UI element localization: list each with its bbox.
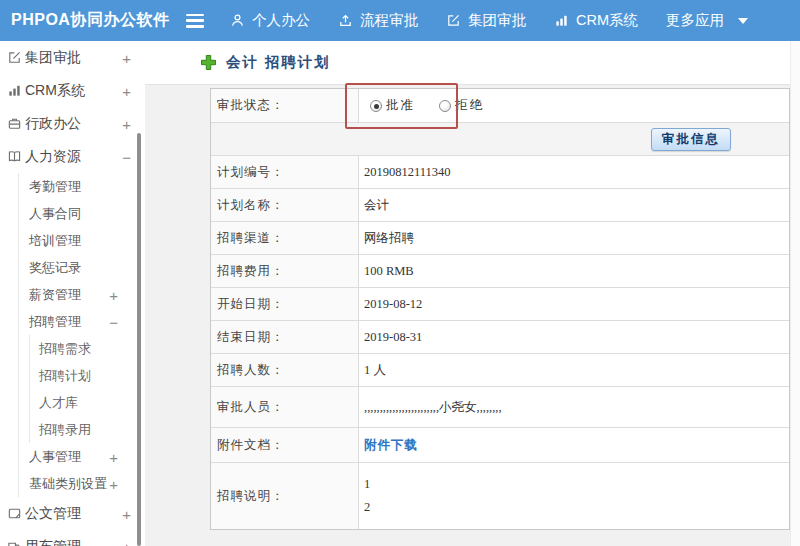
- nav-item-workflow-approval[interactable]: 流程审批: [338, 11, 418, 30]
- recruit-submenu: 招聘需求 招聘计划 人才库 招聘录用: [29, 335, 145, 443]
- collapse-toggle[interactable]: −: [122, 148, 131, 165]
- nav-item-personal-office[interactable]: 个人办公: [230, 11, 310, 30]
- nav-item-more-apps[interactable]: 更多应用: [666, 11, 724, 30]
- row-end-date: 结束日期： 2019-08-31: [211, 321, 789, 354]
- sidebar-item-label: 公文管理: [25, 505, 81, 523]
- expand-toggle[interactable]: +: [109, 448, 118, 465]
- sidebar-item-group-approval[interactable]: 集团审批 +: [0, 41, 145, 74]
- menu-toggle-icon[interactable]: [186, 14, 204, 28]
- sidebar-item-recruit-hire[interactable]: 招聘录用: [30, 416, 145, 443]
- sidebar-item-label: 人事合同: [29, 205, 81, 223]
- sidebar-item-salary[interactable]: 薪资管理 +: [19, 281, 145, 308]
- radio-approve[interactable]: [370, 100, 382, 112]
- row-label: 招聘人数：: [211, 354, 359, 386]
- sidebar-item-crm[interactable]: CRM系统 +: [0, 74, 145, 107]
- sidebar-item-label: 考勤管理: [29, 178, 81, 196]
- truck-icon: [7, 539, 22, 546]
- row-plan-number: 计划编号： 20190812111340: [211, 156, 789, 189]
- description-line: 1: [364, 477, 370, 492]
- row-value: 2019-08-12: [359, 288, 789, 320]
- sidebar-item-label: 招聘管理: [29, 313, 81, 331]
- sidebar-item-admin-office[interactable]: 行政办公 +: [0, 107, 145, 140]
- expand-toggle[interactable]: +: [109, 286, 118, 303]
- row-label: 开始日期：: [211, 288, 359, 320]
- row-value: 网络招聘: [359, 222, 789, 254]
- row-plan-name: 计划名称： 会计: [211, 189, 789, 222]
- radio-reject[interactable]: [439, 100, 451, 112]
- approval-options: 批准 拒绝: [359, 89, 789, 122]
- sidebar-item-label: 薪资管理: [29, 286, 81, 304]
- row-approvers: 审批人员： ,,,,,,,,,,,,,,,,,,,,,,,,小尧女,,,,,,,…: [211, 387, 789, 428]
- sidebar-item-vehicle-mgmt[interactable]: 用车管理 +: [0, 530, 145, 546]
- sidebar-item-label: CRM系统: [25, 82, 85, 100]
- sidebar-item-hr[interactable]: 人力资源 −: [0, 140, 145, 173]
- briefcase-icon: [7, 116, 22, 131]
- sidebar-item-label: 人才库: [39, 394, 78, 412]
- nav-item-crm[interactable]: CRM系统: [554, 11, 638, 30]
- sidebar-item-personnel-mgmt[interactable]: 人事管理 +: [19, 443, 145, 470]
- user-icon: [230, 13, 245, 28]
- sidebar-item-talent-pool[interactable]: 人才库: [30, 389, 145, 416]
- top-nav: 个人办公 流程审批 集团审批 CRM系统 更多应用: [230, 11, 748, 30]
- sidebar-item-rewards[interactable]: 奖惩记录: [19, 254, 145, 281]
- nav-label: 更多应用: [666, 11, 724, 30]
- sidebar-scrollbar[interactable]: [137, 133, 141, 546]
- sidebar-item-training[interactable]: 培训管理: [19, 227, 145, 254]
- row-label: 审批状态：: [211, 89, 359, 122]
- expand-toggle[interactable]: +: [122, 538, 131, 546]
- row-label: 附件文档：: [211, 428, 359, 462]
- row-action: 审批信息: [211, 123, 789, 156]
- sidebar-item-hr-contract[interactable]: 人事合同: [19, 200, 145, 227]
- nav-label: 个人办公: [252, 11, 310, 30]
- sidebar-item-recruit-demand[interactable]: 招聘需求: [30, 335, 145, 362]
- sidebar-item-attendance[interactable]: 考勤管理: [19, 173, 145, 200]
- chevron-down-icon[interactable]: [738, 18, 748, 24]
- sidebar-item-label: 人力资源: [25, 148, 81, 166]
- nav-label: 流程审批: [360, 11, 418, 30]
- row-start-date: 开始日期： 2019-08-12: [211, 288, 789, 321]
- radio-reject-label: 拒绝: [455, 97, 484, 114]
- row-value: ,,,,,,,,,,,,,,,,,,,,,,,,小尧女,,,,,,,,: [359, 387, 789, 427]
- expand-toggle[interactable]: +: [122, 82, 131, 99]
- approval-info-button[interactable]: 审批信息: [651, 128, 731, 151]
- row-headcount: 招聘人数： 1 人: [211, 354, 789, 387]
- sidebar-item-document-mgmt[interactable]: 公文管理 +: [0, 497, 145, 530]
- radio-approve-label: 批准: [386, 97, 415, 114]
- sidebar-item-label: 招聘需求: [39, 340, 91, 358]
- attachment-download-link[interactable]: 附件下载: [364, 437, 418, 454]
- row-label: 招聘费用：: [211, 255, 359, 287]
- row-value: 1 人: [359, 354, 789, 386]
- chart-icon: [554, 13, 569, 28]
- row-recruit-channel: 招聘渠道： 网络招聘: [211, 222, 789, 255]
- expand-toggle[interactable]: +: [109, 475, 118, 492]
- expand-toggle[interactable]: +: [122, 49, 131, 66]
- row-value: 20190812111340: [359, 156, 789, 188]
- sidebar-item-label: 用车管理: [25, 538, 81, 546]
- plus-icon: [200, 54, 217, 71]
- edit-icon: [446, 13, 461, 28]
- book-icon: [7, 149, 22, 164]
- row-approval-status: 审批状态： 批准 拒绝: [211, 89, 789, 123]
- expand-toggle[interactable]: +: [122, 505, 131, 522]
- page-title: 会计 招聘计划: [226, 53, 331, 72]
- detail-table: 审批状态： 批准 拒绝 审批信息 计划编号： 20190812111340 计划…: [210, 88, 790, 530]
- sidebar-item-recruit-plan[interactable]: 招聘计划: [30, 362, 145, 389]
- sidebar-item-label: 奖惩记录: [29, 259, 81, 277]
- row-recruit-cost: 招聘费用： 100 RMB: [211, 255, 789, 288]
- page-title-bar: 会计 招聘计划: [145, 41, 800, 85]
- main-scrollbar[interactable]: [790, 41, 800, 546]
- row-label: 计划编号：: [211, 156, 359, 188]
- row-value: 1 2: [359, 463, 789, 529]
- row-label: 计划名称：: [211, 189, 359, 221]
- sidebar-item-recruit-mgmt[interactable]: 招聘管理 −: [19, 308, 145, 335]
- row-label: 结束日期：: [211, 321, 359, 353]
- nav-item-group-approval[interactable]: 集团审批: [446, 11, 526, 30]
- expand-toggle[interactable]: +: [122, 115, 131, 132]
- main-content: 会计 招聘计划 审批状态： 批准 拒绝 审批信息 计划编号： 201908121…: [145, 41, 800, 546]
- hr-submenu: 考勤管理 人事合同 培训管理 奖惩记录 薪资管理 + 招聘管理 − 招聘需求 招…: [18, 173, 145, 497]
- sidebar-item-base-category[interactable]: 基础类别设置 +: [19, 470, 145, 497]
- row-value: 会计: [359, 189, 789, 221]
- description-line: 2: [364, 500, 370, 515]
- collapse-toggle[interactable]: −: [109, 313, 118, 330]
- edit-square-icon: [7, 50, 22, 65]
